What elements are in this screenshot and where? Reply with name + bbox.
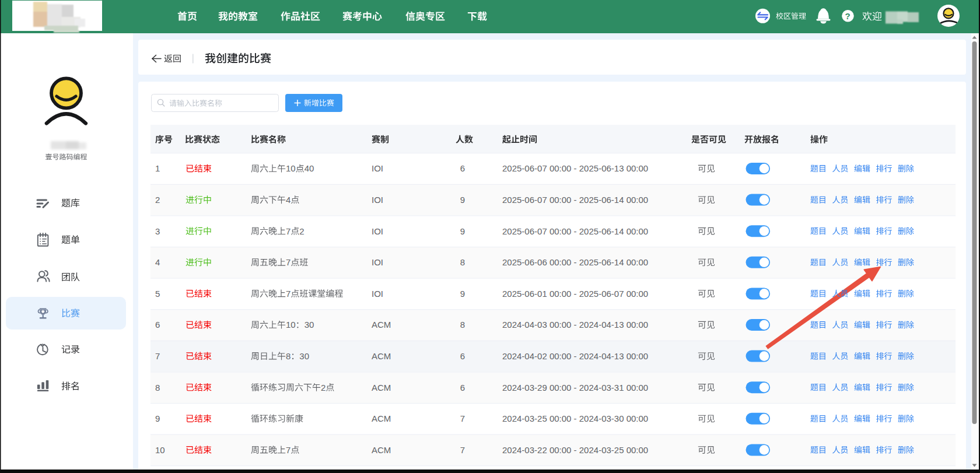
svg-text:ACM: ACM bbox=[372, 351, 391, 361]
svg-text:ACM: ACM bbox=[372, 445, 391, 455]
svg-text:8: 8 bbox=[460, 320, 465, 330]
svg-text:9: 9 bbox=[460, 195, 465, 205]
svg-text:7: 7 bbox=[155, 351, 160, 361]
svg-text:9: 9 bbox=[460, 289, 465, 299]
svg-text:2025-06-06 00:00 - 2025-06-14: 2025-06-06 00:00 - 2025-06-14 00:00 bbox=[502, 257, 648, 267]
svg-text:6: 6 bbox=[460, 163, 465, 173]
svg-text:9: 9 bbox=[460, 226, 465, 236]
svg-text:7: 7 bbox=[286, 289, 290, 299]
svg-text:2: 2 bbox=[321, 383, 326, 393]
svg-text:30: 30 bbox=[299, 351, 309, 361]
svg-text:ACM: ACM bbox=[372, 320, 391, 330]
svg-text:IOI: IOI bbox=[372, 195, 383, 205]
svg-text:2025-06-07 00:00 - 2025-06-14: 2025-06-07 00:00 - 2025-06-14 00:00 bbox=[502, 195, 648, 205]
svg-text:2025-06-01 00:00 - 2025-06-07: 2025-06-01 00:00 - 2025-06-07 00:00 bbox=[502, 289, 648, 299]
svg-text:7: 7 bbox=[286, 445, 290, 455]
svg-text:2024-03-29 00:00 - 2024-03-31: 2024-03-29 00:00 - 2024-03-31 00:00 bbox=[502, 383, 648, 393]
svg-text:2025-06-07 00:00 - 2025-06-14: 2025-06-07 00:00 - 2025-06-14 00:00 bbox=[502, 226, 648, 236]
svg-text:7: 7 bbox=[286, 226, 290, 236]
svg-text:8: 8 bbox=[460, 257, 465, 267]
svg-text:3: 3 bbox=[155, 226, 160, 236]
svg-text:10: 10 bbox=[286, 320, 296, 330]
svg-text:IOI: IOI bbox=[372, 163, 383, 173]
svg-text:IOI: IOI bbox=[372, 257, 383, 267]
svg-text:6: 6 bbox=[460, 383, 465, 393]
svg-text:2: 2 bbox=[299, 226, 304, 236]
svg-text:IOI: IOI bbox=[372, 226, 383, 236]
svg-text:6: 6 bbox=[155, 320, 160, 330]
svg-text:ACM: ACM bbox=[372, 383, 391, 393]
svg-text:7: 7 bbox=[460, 414, 465, 423]
svg-text:30: 30 bbox=[304, 320, 314, 330]
svg-text:5: 5 bbox=[155, 289, 160, 299]
svg-text:10: 10 bbox=[286, 163, 296, 173]
svg-text:4: 4 bbox=[286, 195, 290, 205]
svg-text:7: 7 bbox=[286, 257, 290, 267]
svg-text:2024-03-25 00:00 - 2024-03-30: 2024-03-25 00:00 - 2024-03-30 00:00 bbox=[502, 414, 648, 423]
svg-text:7: 7 bbox=[460, 445, 465, 455]
svg-text:IOI: IOI bbox=[372, 289, 383, 299]
svg-text:2024-04-02 00:00 - 2024-04-13: 2024-04-02 00:00 - 2024-04-13 00:00 bbox=[502, 351, 648, 361]
svg-text:2025-06-07 00:00 - 2025-06-13: 2025-06-07 00:00 - 2025-06-13 00:00 bbox=[502, 163, 648, 173]
svg-text:ACM: ACM bbox=[372, 414, 391, 423]
svg-text:8: 8 bbox=[286, 351, 290, 361]
svg-text:1: 1 bbox=[155, 163, 160, 173]
svg-text:?: ? bbox=[845, 11, 850, 21]
svg-text:2024-04-03 00:00 - 2024-04-13: 2024-04-03 00:00 - 2024-04-13 00:00 bbox=[502, 320, 648, 330]
svg-text:6: 6 bbox=[460, 351, 465, 361]
svg-text:2024-03-22 00:00 - 2024-03-25: 2024-03-22 00:00 - 2024-03-25 00:00 bbox=[502, 445, 648, 455]
svg-text:4: 4 bbox=[155, 257, 160, 267]
svg-text:8: 8 bbox=[155, 383, 160, 393]
svg-text:40: 40 bbox=[304, 163, 314, 173]
svg-text:9: 9 bbox=[155, 414, 160, 423]
svg-text:2: 2 bbox=[155, 195, 160, 205]
svg-text:10: 10 bbox=[155, 445, 165, 455]
